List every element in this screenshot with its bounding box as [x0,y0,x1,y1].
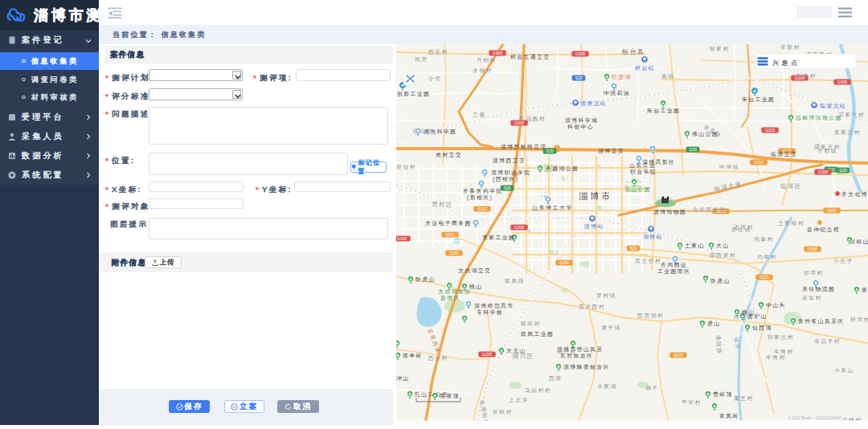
svg-text:S233: S233 [754,161,764,165]
svg-text:金岭回族镇: 金岭回族镇 [693,206,726,213]
svg-text:红莲湖: 红莲湖 [612,74,632,80]
svg-text:(西校区): (西校区) [493,176,518,182]
svg-text:淄博西立交: 淄博西立交 [493,157,526,164]
svg-text:双凤镇: 双凤镇 [505,278,525,284]
svg-text:湖田站: 湖田站 [643,234,663,240]
svg-text:南西坡村: 南西坡村 [710,252,736,259]
svg-text:S321: S321 [445,233,455,237]
svg-text:辛店子村: 辛店子村 [814,338,841,345]
svg-text:G205: G205 [482,353,492,357]
svg-text:桓台县: 桓台县 [621,48,645,55]
svg-text:大山: 大山 [716,243,730,248]
svg-text:度假区: 度假区 [440,295,461,301]
svg-text:潘子镇: 潘子镇 [601,325,621,331]
svg-text:创新工业园: 创新工业园 [397,91,430,96]
svg-text:淄博动物园: 淄博动物园 [653,209,686,215]
svg-text:青州雀山风景区: 青州雀山风景区 [798,318,845,325]
svg-text:平安村: 平安村 [682,399,702,406]
svg-text:董王村: 董王村 [734,395,754,402]
svg-text:永福村: 永福村 [473,67,493,74]
svg-text:S325: S325 [674,353,683,358]
svg-text:G205: G205 [514,121,524,125]
svg-text:黄山: 黄山 [862,287,868,293]
svg-text:虎山: 虎山 [707,321,721,327]
svg-text:鸡翠村: 鸡翠村 [756,254,777,260]
svg-text:南文登村: 南文登村 [635,258,661,264]
svg-text:双凤工业园: 双凤工业园 [521,331,554,337]
svg-text:S294: S294 [559,261,569,265]
svg-text:长秋村: 长秋村 [493,409,513,415]
svg-text:罗村镇: 罗村镇 [596,292,616,299]
svg-text:土家山: 土家山 [685,243,705,248]
svg-text:文昌湖立交: 文昌湖立交 [458,268,491,274]
svg-text:刘家村: 刘家村 [796,73,817,80]
svg-text:冲山: 冲山 [396,375,410,381]
svg-text:马甲村: 马甲村 [557,349,577,355]
svg-text:上庄乡: 上庄乡 [509,397,529,403]
svg-text:2 公里: 2 公里 [428,391,448,397]
svg-text:中国石油: 中国石油 [604,90,630,96]
svg-text:淄博师范高等: 淄博师范高等 [474,303,514,309]
svg-text:迎仙村: 迎仙村 [396,164,416,170]
svg-text:S29: S29 [630,247,637,251]
svg-text:水家湖: 水家湖 [597,383,617,389]
svg-text:兆光科学园: 兆光科学园 [424,129,457,135]
svg-text:科创中心: 科创中心 [567,124,594,129]
svg-text:南羊岭: 南羊岭 [403,353,423,358]
svg-text:临淄北站: 临淄北站 [820,103,846,109]
svg-text:周村区: 周村区 [432,201,452,208]
svg-text:三鳌: 三鳌 [473,112,486,118]
svg-text:青凤岭: 青凤岭 [719,413,739,419]
svg-text:桓台互通立交: 桓台互通立交 [510,53,551,60]
svg-text:牛角村: 牛角村 [766,354,786,361]
svg-text:职业学院: 职业学院 [630,169,657,175]
svg-text:桓台站: 桓台站 [634,65,655,72]
svg-text:崔军村: 崔军村 [802,295,822,301]
svg-text:邵庄镇: 邵庄镇 [731,227,751,233]
svg-text:马姑村村: 马姑村村 [525,387,551,394]
svg-text:仙西顶: 仙西顶 [752,325,772,331]
svg-text:扎山: 扎山 [415,391,428,398]
svg-text:晋仲纪念馆: 晋仲纪念馆 [807,227,840,233]
svg-text:邰亭村: 邰亭村 [804,270,824,276]
svg-text:小管: 小管 [428,76,442,82]
svg-text:G20: G20 [546,149,554,153]
svg-text:G308: G308 [818,170,828,174]
svg-text:工业园南区: 工业园南区 [657,268,690,274]
svg-text:G233: G233 [765,129,775,133]
svg-text:S29: S29 [504,186,511,190]
svg-text:G20: G20 [689,148,697,152]
svg-text:大北山: 大北山 [506,348,526,354]
svg-text:隆岭村: 隆岭村 [521,321,541,327]
svg-text:李家工业园: 李家工业园 [482,235,515,240]
svg-text:山东理工大学: 山东理工大学 [532,205,573,210]
svg-text:齐鸿腾达: 齐鸿腾达 [661,262,687,268]
svg-text:淄博西枢纽立交: 淄博西枢纽立交 [501,144,547,150]
svg-text:G309: G309 [397,237,407,241]
svg-text:革新村: 革新村 [780,44,800,51]
svg-text:S29: S29 [575,76,583,80]
svg-text:淄博站: 淄博站 [584,223,604,230]
svg-text:G20: G20 [839,169,847,173]
svg-text:© 2023 Baidu - GS(2021)6026: © 2023 Baidu - GS(2021)6026 [788,415,841,420]
svg-text:纸房: 纸房 [415,56,428,62]
svg-text:淄川区: 淄川区 [512,353,534,360]
svg-text:荣家庄村: 荣家庄村 [838,112,865,118]
svg-text:S308: S308 [808,247,817,251]
svg-text:S102: S102 [827,209,837,213]
svg-text:G308: G308 [575,52,585,56]
svg-text:方达电子商务园: 方达电子商务园 [425,220,472,227]
svg-text:淄博立交: 淄博立交 [598,148,624,154]
svg-text:中山头: 中山头 [766,302,786,308]
svg-text:西贾湖村: 西贾湖村 [637,313,664,319]
svg-text:索镇: 索镇 [661,73,675,80]
svg-text:小果山: 小果山 [834,367,854,373]
svg-text:吕桕林: 吕桕林 [477,57,497,63]
svg-text:刘家庄村: 刘家庄村 [768,334,794,341]
svg-text:淄博聊斋旅游区: 淄博聊斋旅游区 [563,364,610,370]
svg-text:中埠镇: 中埠镇 [719,164,739,170]
svg-text:运粮河湿地公园: 运粮河湿地公园 [796,115,842,121]
svg-text:淄博市: 淄博市 [579,191,612,201]
svg-text:临淄立交: 临淄立交 [771,151,797,157]
svg-text:河洼村: 河洼村 [734,314,754,321]
